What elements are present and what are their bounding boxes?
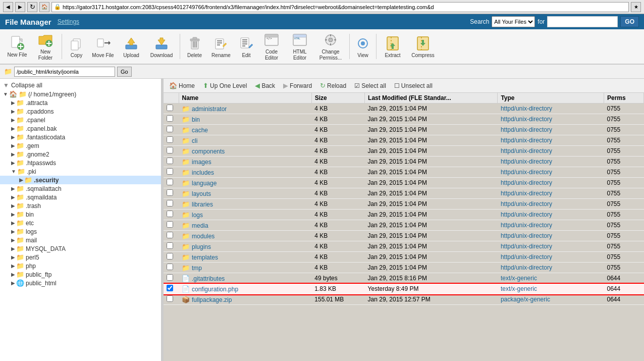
row-name-link[interactable]: language xyxy=(192,180,217,187)
reload-browser-btn[interactable]: ↻ xyxy=(27,2,37,12)
edit-button[interactable]: Edit xyxy=(236,32,256,61)
collapse-all-button[interactable]: ▼ Collapse all xyxy=(0,81,161,90)
forward-nav-button[interactable]: ▶ Forward xyxy=(281,81,314,90)
row-checkbox[interactable] xyxy=(167,147,173,153)
row-name-link[interactable]: tmp xyxy=(192,265,202,272)
sidebar-item[interactable]: ▶📁.sqmailattach xyxy=(0,184,161,193)
row-name-link[interactable]: plugins xyxy=(192,243,211,250)
row-name-link[interactable]: bin xyxy=(192,116,200,123)
row-checkbox[interactable] xyxy=(167,221,173,228)
table-row[interactable]: 📁modules4 KBJan 29, 2015 1:04 PMhttpd/un… xyxy=(164,231,644,241)
compress-button[interactable]: Compress xyxy=(408,32,438,61)
row-checkbox[interactable] xyxy=(167,126,173,132)
table-row[interactable]: 📁cli4 KBJan 29, 2015 1:04 PMhttpd/unix-d… xyxy=(164,135,644,146)
table-row[interactable]: 📁templates4 KBJan 29, 2015 1:04 PMhttpd/… xyxy=(164,252,644,263)
row-name-link[interactable]: configuration.php xyxy=(192,286,238,293)
row-name-link[interactable]: fullpackage.zip xyxy=(192,296,232,303)
row-checkbox[interactable] xyxy=(167,211,173,217)
row-checkbox[interactable] xyxy=(167,189,173,196)
row-name-link[interactable]: templates xyxy=(192,254,218,261)
change-permissions-button[interactable]: ChangePermiss... xyxy=(315,29,346,64)
reload-nav-button[interactable]: ↻ Reload xyxy=(317,81,349,90)
row-checkbox[interactable] xyxy=(167,295,173,302)
row-name-link[interactable]: administrator xyxy=(192,106,227,113)
row-name-link[interactable]: includes xyxy=(192,169,214,176)
row-checkbox[interactable] xyxy=(167,232,173,238)
star-browser-btn[interactable]: ★ xyxy=(631,2,641,12)
table-row[interactable]: 📁language4 KBJan 29, 2015 1:04 PMhttpd/u… xyxy=(164,178,644,188)
sidebar-item[interactable]: ▶📁php xyxy=(0,262,161,270)
sidebar-item[interactable]: ▶📁.gem xyxy=(0,141,161,150)
select-all-button[interactable]: ☑ Select all xyxy=(352,81,389,90)
table-row[interactable]: 📁layouts4 KBJan 29, 2015 1:04 PMhttpd/un… xyxy=(164,188,644,199)
row-name-link[interactable]: media xyxy=(192,222,208,229)
row-checkbox[interactable] xyxy=(167,200,173,207)
new-folder-button[interactable]: NewFolder xyxy=(32,29,59,64)
table-row[interactable]: 📄configuration.php1.83 KBYesterday 8:49 … xyxy=(164,284,644,294)
row-name-link[interactable]: cache xyxy=(192,127,208,134)
row-name-link[interactable]: images xyxy=(192,159,211,166)
col-size[interactable]: Size xyxy=(311,93,364,104)
row-name-link[interactable]: components xyxy=(192,148,225,155)
sidebar-item[interactable]: ▼📁.pki xyxy=(0,167,161,176)
row-name-link[interactable]: logs xyxy=(192,212,203,219)
up-one-level-button[interactable]: ⬆ Up One Level xyxy=(200,81,249,90)
row-checkbox[interactable] xyxy=(167,136,173,143)
table-row[interactable]: 📁media4 KBJan 29, 2015 1:04 PMhttpd/unix… xyxy=(164,220,644,231)
sidebar-item[interactable]: ▶📁.htpasswds xyxy=(0,159,161,167)
sidebar-root-item[interactable]: ▼ 🏠 📁 (/ home1/mgreen) xyxy=(0,90,161,98)
sidebar-item[interactable]: ▶📁mail xyxy=(0,236,161,244)
col-type[interactable]: Type xyxy=(498,93,604,104)
sidebar-item[interactable]: ▶📁.sqmaildata xyxy=(0,193,161,201)
sidebar-item[interactable]: ▶📁.security xyxy=(0,176,161,184)
sidebar-item[interactable]: ▶🌐public_html xyxy=(0,279,161,287)
col-modified[interactable]: Last Modified (FLE Standar... xyxy=(365,93,498,104)
settings-link[interactable]: Settings xyxy=(58,18,79,25)
col-perms[interactable]: Perms xyxy=(604,93,644,104)
row-checkbox[interactable] xyxy=(167,179,173,185)
row-checkbox[interactable] xyxy=(167,115,173,122)
row-checkbox[interactable] xyxy=(167,264,173,270)
row-checkbox[interactable] xyxy=(167,274,173,281)
row-checkbox[interactable] xyxy=(167,105,173,111)
sidebar-item[interactable]: ▶📁.cpanel.bak xyxy=(0,124,161,133)
sidebar-item[interactable]: ▶📁bin xyxy=(0,210,161,219)
row-name-link[interactable]: cli xyxy=(192,137,197,144)
table-row[interactable]: 📄.gitattributes49 bytesJan 29, 2015 8:16… xyxy=(164,273,644,284)
path-go-button[interactable]: Go xyxy=(117,67,132,77)
copy-button[interactable]: Copy xyxy=(65,32,88,61)
row-name-link[interactable]: layouts xyxy=(192,190,211,197)
sidebar-item[interactable]: ▶📁MYSQL_DATA xyxy=(0,244,161,253)
sidebar-item[interactable]: ▶📁logs xyxy=(0,227,161,236)
sidebar-item[interactable]: ▶📁perl5 xyxy=(0,253,161,262)
view-button[interactable]: View xyxy=(353,32,373,61)
sidebar-item[interactable]: ▶📁.fantasticodata xyxy=(0,133,161,141)
sidebar-item[interactable]: ▶📁.gnome2 xyxy=(0,150,161,159)
table-row[interactable]: 📁libraries4 KBJan 29, 2015 1:04 PMhttpd/… xyxy=(164,199,644,210)
row-checkbox[interactable] xyxy=(167,242,173,249)
download-button[interactable]: Download xyxy=(146,32,177,61)
sidebar-item[interactable]: ▶📁public_ftp xyxy=(0,270,161,279)
rename-button[interactable]: Rename xyxy=(208,32,234,61)
row-checkbox[interactable] xyxy=(167,285,173,291)
html-editor-button[interactable]: HTML HTMLEditor xyxy=(287,29,313,64)
sidebar-item[interactable]: ▶📁.cpanel xyxy=(0,116,161,124)
row-checkbox[interactable] xyxy=(167,158,173,164)
table-row[interactable]: 📁plugins4 KBJan 29, 2015 1:04 PMhttpd/un… xyxy=(164,241,644,252)
sidebar-item[interactable]: ▶📁etc xyxy=(0,219,161,227)
table-row[interactable]: 📁logs4 KBJan 29, 2015 1:04 PMhttpd/unix-… xyxy=(164,210,644,220)
table-row[interactable]: 📦fullpackage.zip155.01 MBJan 29, 2015 12… xyxy=(164,294,644,305)
move-file-button[interactable]: Move File xyxy=(90,32,116,61)
new-file-button[interactable]: New File xyxy=(4,32,30,61)
sidebar-item[interactable]: ▶📁.attracta xyxy=(0,98,161,107)
col-name[interactable]: Name xyxy=(179,93,311,104)
back-browser-btn[interactable]: ◀ xyxy=(3,2,13,12)
home-nav-button[interactable]: 🏠 Home xyxy=(167,81,197,90)
extract-button[interactable]: Extract xyxy=(380,32,406,61)
unselect-all-button[interactable]: ☐ Unselect all xyxy=(392,81,435,90)
row-name-link[interactable]: .gitattributes xyxy=(192,275,225,282)
row-checkbox[interactable] xyxy=(167,168,173,175)
search-go-button[interactable]: GO xyxy=(620,16,639,27)
search-scope-select[interactable]: All Your Files This Folder xyxy=(492,16,535,27)
home-browser-btn[interactable]: 🏠 xyxy=(39,2,49,12)
